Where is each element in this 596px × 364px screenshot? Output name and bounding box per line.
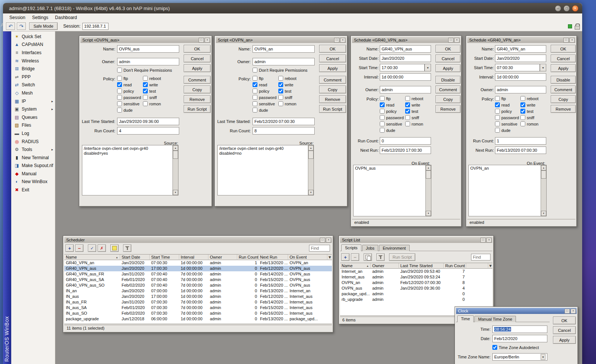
policy-reboot-checkbox[interactable]: reboot <box>405 95 431 102</box>
dont-require-permissions-checkbox[interactable]: Don't Require Permissions <box>253 67 308 73</box>
scroll-down-icon[interactable]: ▼ <box>426 211 431 216</box>
checkbox[interactable] <box>405 102 410 107</box>
apply-button[interactable]: Apply <box>435 64 461 72</box>
policy-romon-checkbox[interactable]: romon <box>520 121 547 127</box>
table-row[interactable]: GR40_VPN_anJan/20/202007:00:301d 00:00:0… <box>64 260 332 266</box>
maximize-icon[interactable]: □ <box>334 38 339 43</box>
checkbox[interactable] <box>495 121 500 126</box>
policy-romon-checkbox[interactable]: romon <box>143 101 169 107</box>
table-cell[interactable]: 0 <box>237 288 259 294</box>
table-cell[interactable]: Jan/31/2020 <box>120 299 150 305</box>
tab-environment[interactable]: Environment <box>379 245 410 251</box>
remove-button[interactable]: Remove <box>184 95 211 103</box>
redo-button[interactable]: ↷ <box>17 22 26 30</box>
policy-test-checkbox[interactable]: test <box>278 88 305 94</box>
column-header-run-count[interactable]: Run Count <box>444 263 466 269</box>
checkbox[interactable] <box>143 95 148 100</box>
policy-password-checkbox[interactable]: password <box>380 114 404 121</box>
menu-dashboard[interactable]: Dashboard <box>52 14 80 21</box>
checkbox[interactable] <box>495 96 500 101</box>
run-script-button[interactable]: Run Script <box>319 105 346 113</box>
checkbox[interactable] <box>405 109 410 114</box>
table-cell[interactable]: Internet_aus <box>340 274 371 280</box>
filter-button[interactable] <box>376 253 385 261</box>
table-cell[interactable]: 0 <box>237 294 259 299</box>
time-input[interactable]: 08:56:24 <box>492 326 547 333</box>
table-cell[interactable]: 7 <box>444 269 466 274</box>
table-cell[interactable]: Feb/14/2020 ... <box>259 271 288 277</box>
table-cell[interactable]: Jan/20/2020 <box>120 294 150 299</box>
checkbox[interactable] <box>520 96 525 101</box>
policy-read-checkbox[interactable]: read <box>253 81 276 88</box>
checkbox[interactable] <box>380 121 385 126</box>
name-input[interactable]: GR40_VPN_aus <box>380 45 431 53</box>
menu-session[interactable]: Session <box>6 14 29 21</box>
table-cell[interactable]: 0 <box>237 316 259 322</box>
table-cell[interactable]: 0 <box>237 283 259 288</box>
table-cell[interactable]: 07:00:30 <box>150 305 179 311</box>
sidebar-item-switch[interactable]: ⇄Switch <box>11 81 55 89</box>
column-header-start-time[interactable]: Start Time <box>150 255 179 260</box>
remove-button[interactable]: Remove <box>435 105 461 113</box>
name-input[interactable]: OVPN_an <box>253 45 315 53</box>
column-header-owner[interactable]: Owner <box>208 255 237 260</box>
table-row[interactable]: GR40_VPN_ausJan/20/202017:00:301d 00:00:… <box>64 266 332 271</box>
table-cell[interactable]: IN_aus_SO <box>64 311 120 316</box>
column-header-run-count[interactable]: Run Count <box>237 255 259 260</box>
table-row[interactable]: IN_aus_FRJan/31/202007:00:307d 00:00:00a… <box>64 299 332 305</box>
close-icon[interactable]: × <box>205 38 210 43</box>
cancel-button[interactable]: Cancel <box>551 55 576 62</box>
policy-policy-checkbox[interactable]: policy <box>380 108 404 114</box>
table-cell[interactable]: IN_aus_SA <box>64 305 120 311</box>
comment-button[interactable]: Comment <box>319 76 346 84</box>
close-icon[interactable]: × <box>340 38 345 43</box>
table-cell[interactable]: OVPN_aus <box>340 286 371 291</box>
sidebar-item-quick-set[interactable]: ✶Quick Set <box>11 33 55 41</box>
policy-sensitive-checkbox[interactable]: sensitive <box>117 101 141 107</box>
table-cell[interactable]: admin <box>371 280 399 286</box>
table-cell[interactable]: Feb/02/2020 <box>120 283 150 288</box>
checkbox[interactable] <box>278 89 283 93</box>
interval-input[interactable]: 1d 00:00:00 <box>495 73 546 81</box>
checkbox[interactable] <box>520 121 525 126</box>
table-cell[interactable]: OVPN_an <box>340 280 371 286</box>
table-cell[interactable]: Jan/20/2020 <box>120 260 150 266</box>
minimize-button[interactable]: – <box>555 5 561 12</box>
table-cell[interactable]: 7d 00:00:00 <box>179 305 208 311</box>
table-cell[interactable]: 17:00:30 <box>150 266 179 271</box>
table-cell[interactable]: 4 <box>444 286 466 291</box>
table-cell[interactable]: OVPN_aus <box>288 266 327 271</box>
table-cell[interactable]: package_upd... <box>340 291 371 297</box>
table-cell[interactable]: 1d 00:00:00 <box>179 288 208 294</box>
scroll-up-icon[interactable]: ▲ <box>541 165 546 170</box>
policy-sensitive-checkbox[interactable]: sensitive <box>495 121 519 127</box>
table-cell[interactable]: IN_aus_FR <box>64 299 120 305</box>
column-header-owner[interactable]: Owner <box>371 263 399 269</box>
table-cell[interactable]: package_upgrade <box>64 316 120 322</box>
checkbox[interactable] <box>520 115 525 120</box>
close-button[interactable]: × <box>572 5 578 12</box>
close-icon[interactable]: × <box>571 309 576 314</box>
sidebar-item-mesh[interactable]: ◇Mesh <box>11 89 55 97</box>
column-header-name[interactable]: Name▲ <box>340 263 371 269</box>
table-cell[interactable]: IN_an <box>64 288 120 294</box>
maximize-icon[interactable]: □ <box>199 38 204 43</box>
policy-romon-checkbox[interactable]: romon <box>278 101 305 107</box>
ok-button[interactable]: OK <box>319 45 346 53</box>
find-input[interactable]: Find <box>471 254 490 260</box>
table-cell[interactable]: Jan/29/2020 09:53:24 <box>399 274 444 280</box>
table-cell[interactable]: Feb/01/2020 <box>120 277 150 283</box>
checkbox[interactable] <box>520 102 525 107</box>
scrollbar[interactable]: ▲ ▼ <box>308 145 314 195</box>
table-cell[interactable]: 0 <box>444 291 466 297</box>
child-titlebar[interactable]: Script <OVPN_aus> □ × <box>80 37 211 43</box>
column-select-button[interactable]: ▼ <box>327 255 332 260</box>
start-time-input[interactable]: 07:00:30 <box>495 64 540 71</box>
checkbox[interactable] <box>278 82 283 87</box>
policy-write-checkbox[interactable]: write <box>520 102 547 108</box>
remove-button[interactable]: Remove <box>551 105 576 113</box>
checkbox[interactable] <box>117 68 122 73</box>
table-cell[interactable]: Jan/29/2020 09:53:40 <box>399 269 444 274</box>
scroll-down-icon[interactable]: ▼ <box>308 190 314 195</box>
policy-policy-checkbox[interactable]: policy <box>495 108 519 114</box>
